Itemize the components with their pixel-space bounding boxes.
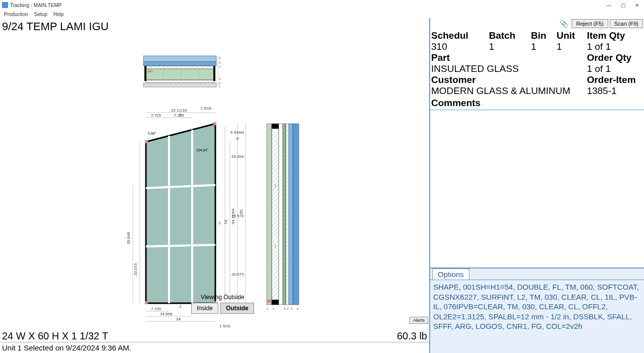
svg-text:1: 1	[267, 307, 269, 310]
svg-text:4: 4	[287, 307, 289, 310]
dimensions-text: 24 W X 60 H X 1 1/32 T	[2, 330, 397, 342]
maximize-button[interactable]: ▢	[616, 0, 630, 10]
svg-text:7.729: 7.729	[151, 307, 162, 311]
svg-rect-12	[143, 83, 216, 87]
val-unit: 1	[556, 41, 587, 52]
hdr-comments: Comments	[430, 97, 644, 109]
svg-rect-9	[144, 66, 146, 81]
menubar: Production Setup Help	[0, 10, 644, 18]
svg-text:1  5/16: 1 5/16	[200, 106, 212, 111]
svg-rect-28	[213, 122, 216, 125]
svg-text:5  43/64: 5 43/64	[230, 130, 244, 135]
svg-rect-75	[293, 124, 299, 305]
svg-text:54: 54	[223, 220, 228, 224]
svg-text:3: 3	[219, 77, 221, 80]
hdr-part: Part	[431, 52, 587, 63]
val-item-qty: 1 of 1	[587, 41, 643, 52]
hdr-batch: Batch	[489, 30, 531, 41]
val-order-item: 1385-1	[587, 85, 643, 97]
svg-text:3: 3	[284, 307, 286, 310]
val-bin: 1	[531, 41, 556, 52]
svg-text:7.729: 7.729	[151, 113, 162, 118]
svg-rect-74	[289, 124, 293, 305]
svg-rect-76	[272, 124, 279, 129]
svg-text:104.04°: 104.04°	[196, 148, 208, 152]
svg-text:2: 2	[218, 221, 221, 225]
svg-text:20.354: 20.354	[231, 154, 244, 159]
drawing-panel: 9/24 TEMP LAMI IGU	[0, 18, 430, 353]
svg-rect-78	[267, 300, 272, 303]
menu-help[interactable]: Help	[53, 12, 64, 17]
svg-text:ARG: ARG	[273, 130, 278, 133]
svg-rect-72	[283, 124, 286, 305]
app-icon	[2, 2, 8, 8]
svg-text:1  5/16: 1 5/16	[219, 324, 231, 328]
svg-rect-67	[267, 124, 272, 305]
svg-rect-3	[143, 62, 216, 66]
svg-text:1: 1	[179, 304, 182, 309]
comments-box[interactable]	[430, 110, 644, 269]
svg-text:19.573: 19.573	[231, 214, 244, 218]
svg-rect-68	[272, 124, 279, 305]
svg-text:ARG: ARG	[147, 70, 153, 73]
val-customer: MODERN GLASS & ALUMINUM	[431, 85, 587, 97]
inside-button[interactable]: Inside	[191, 303, 218, 314]
weight-text: 60.3 lb	[397, 330, 427, 342]
viewing-label: Viewing Outside	[191, 294, 254, 301]
svg-rect-2	[143, 56, 216, 62]
val-order-qty: 1 of 1	[587, 63, 643, 74]
menu-setup[interactable]: Setup	[34, 12, 47, 17]
svg-text:20.073: 20.073	[133, 263, 138, 276]
svg-rect-71	[279, 124, 283, 305]
svg-rect-77	[272, 300, 279, 305]
svg-rect-26	[145, 301, 148, 304]
hdr-schedule: Schedul	[431, 30, 489, 41]
svg-text:4: 4	[219, 65, 221, 68]
svg-text:6: 6	[236, 136, 239, 141]
svg-rect-11	[146, 80, 214, 83]
reject-button[interactable]: Reject (F5)	[572, 19, 608, 28]
hdr-item-qty: Item Qty	[587, 30, 643, 41]
svg-rect-73	[286, 124, 289, 305]
tab-options[interactable]: Options	[432, 269, 469, 280]
menu-production[interactable]: Production	[4, 12, 28, 17]
titlebar: Tracking - MAIN.TEMP ― ▢ ✕	[0, 0, 644, 10]
svg-text:20.073: 20.073	[231, 272, 244, 277]
minimize-button[interactable]: ―	[602, 0, 616, 10]
svg-text:24: 24	[176, 317, 181, 321]
hdr-order-qty: Order Qty	[587, 52, 643, 63]
options-text: SHAPE, 001SH=H1=54, DOUBLE, FL, TM, 060,…	[430, 280, 644, 333]
item-description: 9/24 TEMP LAMI IGU	[0, 18, 429, 33]
svg-text:39.646: 39.646	[126, 232, 131, 244]
titlebar-text: Tracking - MAIN.TEMP	[10, 3, 61, 8]
hdr-bin: Bin	[531, 30, 556, 41]
svg-text:6: 6	[219, 56, 221, 59]
svg-text:1: 1	[219, 85, 221, 88]
svg-rect-5	[145, 69, 214, 80]
scan-button[interactable]: Scan (F9)	[610, 19, 643, 28]
close-button[interactable]: ✕	[630, 0, 644, 10]
technical-drawing: 6 5 4 3 2 1 ARG	[0, 33, 322, 340]
alerts-button[interactable]: Alerts	[410, 317, 428, 324]
svg-text:2: 2	[219, 81, 221, 84]
svg-text:22  11/16: 22 11/16	[171, 108, 187, 113]
svg-rect-10	[213, 66, 215, 81]
svg-text:5: 5	[219, 61, 221, 64]
svg-text:6: 6	[297, 307, 299, 310]
hdr-order-item: Order-Item	[587, 74, 643, 85]
outside-button[interactable]: Outside	[220, 303, 254, 314]
svg-rect-4	[146, 66, 214, 69]
svg-text:14.958: 14.958	[160, 312, 173, 316]
svg-rect-29	[145, 140, 148, 143]
val-batch: 1	[489, 41, 531, 52]
status-bar: Unit 1 Selected on 9/24/2024 9:36 AM.	[0, 342, 429, 353]
svg-text:3: 3	[179, 113, 182, 117]
attachment-icon[interactable]: 📎	[557, 20, 570, 28]
info-panel: 📎 Reject (F5) Scan (F9) Schedul Batch Bi…	[430, 18, 644, 353]
hdr-customer: Customer	[431, 74, 587, 85]
val-part: INSULATED GLASS	[431, 63, 587, 74]
svg-text:2: 2	[273, 307, 275, 310]
val-schedule: 310	[431, 41, 489, 52]
svg-text:5.96°: 5.96°	[148, 132, 156, 135]
svg-text:5: 5	[291, 307, 293, 310]
